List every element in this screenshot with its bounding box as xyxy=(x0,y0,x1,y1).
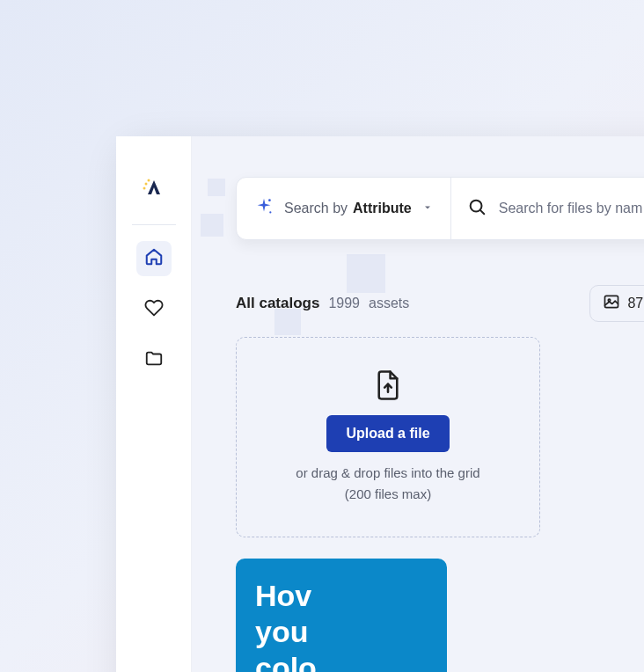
filter-chip-images[interactable]: 876 xyxy=(589,285,644,322)
sparkle-icon xyxy=(254,197,274,220)
asset-grid: Upload a file or drag & drop files into … xyxy=(236,337,644,672)
folder-icon xyxy=(144,349,164,372)
app-logo xyxy=(141,175,167,201)
content-header: All catalogs 1999 assets 876 3 xyxy=(236,285,644,322)
breadcrumb: All catalogs 1999 assets xyxy=(236,295,409,312)
sidebar-divider xyxy=(132,224,176,225)
upload-help-text: or drag & drop files into the grid (200 … xyxy=(296,463,479,505)
search-by-value: Attribute xyxy=(353,201,412,216)
search-icon xyxy=(467,197,487,220)
asset-thumbnail: Hov you colo xyxy=(236,559,447,672)
nav-home[interactable] xyxy=(136,241,172,276)
svg-point-1 xyxy=(147,179,150,182)
main-content: Search by Attribute All catalogs 1999 as… xyxy=(192,136,644,672)
asset-count-label: assets xyxy=(369,296,409,311)
search-by-dropdown[interactable]: Search by Attribute xyxy=(237,178,451,239)
sidebar xyxy=(116,136,192,672)
image-icon xyxy=(603,293,620,314)
filter-chips: 876 3 xyxy=(589,285,644,322)
search-by-label: Search by xyxy=(284,201,348,216)
upload-button[interactable]: Upload a file xyxy=(326,415,449,452)
svg-line-6 xyxy=(480,210,484,214)
chevron-down-icon xyxy=(422,201,433,216)
decoration xyxy=(208,179,225,196)
home-icon xyxy=(144,247,164,270)
upload-dropzone[interactable]: Upload a file or drag & drop files into … xyxy=(236,337,540,537)
search-input[interactable] xyxy=(499,201,644,216)
catalog-title: All catalogs xyxy=(236,295,319,312)
search-input-wrapper xyxy=(451,197,644,220)
asset-card[interactable]: Hov you colo Very_ver JPG xyxy=(236,559,447,672)
app-window: Search by Attribute All catalogs 1999 as… xyxy=(116,136,644,672)
nav-folders[interactable] xyxy=(136,343,172,378)
svg-point-0 xyxy=(144,183,147,186)
svg-point-4 xyxy=(269,211,271,213)
nav-favorites[interactable] xyxy=(136,292,172,327)
search-bar: Search by Attribute xyxy=(236,177,644,240)
file-upload-icon xyxy=(374,369,402,405)
heart-icon xyxy=(144,298,164,321)
chip-images-count: 876 xyxy=(627,296,644,311)
decoration xyxy=(201,214,223,237)
asset-count: 1999 xyxy=(328,296,360,311)
svg-point-2 xyxy=(143,187,145,190)
svg-point-3 xyxy=(268,199,271,201)
